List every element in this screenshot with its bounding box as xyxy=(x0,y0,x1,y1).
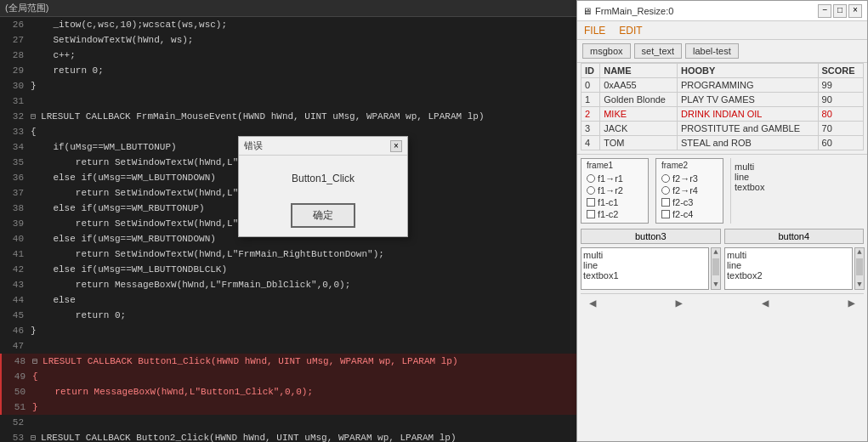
line-number: 45 xyxy=(0,308,31,323)
table-cell-hooby: DRINK INDIAN OIL xyxy=(678,107,818,122)
line-number: 52 xyxy=(0,415,31,430)
radio-f2r4-circle[interactable] xyxy=(661,186,670,195)
menu-edit[interactable]: EDIT xyxy=(616,24,645,37)
window-icon: 🖥 xyxy=(582,6,592,16)
line-content: } xyxy=(32,400,576,415)
code-line: 44 else xyxy=(0,292,576,308)
window-title: 🖥 FrmMain_Resize:0 xyxy=(582,6,673,16)
line-number: 32 xyxy=(0,109,31,124)
code-line: 32⊟ LRESULT CALLBACK FrmMain_MouseEvent(… xyxy=(0,109,576,124)
line-number: 41 xyxy=(0,246,31,262)
radio-f2r3[interactable]: f2→r3 xyxy=(661,173,718,184)
table-cell-id: 0 xyxy=(582,78,600,93)
table-cell-score: 90 xyxy=(818,93,863,107)
fold-icon[interactable]: ⊟ xyxy=(32,357,43,366)
scroll-down-arrow1[interactable]: ▼ xyxy=(713,280,718,289)
table-cell-hooby: STEAL and ROB xyxy=(678,136,818,150)
maximize-button[interactable]: □ xyxy=(833,4,847,18)
radio-f1r1-circle[interactable] xyxy=(587,174,595,183)
table-cell-id: 3 xyxy=(582,122,600,136)
line-content: return SetWindowTextW(hWnd,L"FrmMain_Rig… xyxy=(31,246,576,262)
table-row[interactable]: 3JACKPROSTITUTE and GAMBLE70 xyxy=(582,122,864,136)
table-row[interactable]: 4TOMSTEAL and ROB60 xyxy=(582,136,864,150)
scrollbar-v1[interactable]: ▲ ▼ xyxy=(711,247,721,290)
check-f2c4-box[interactable] xyxy=(661,210,670,218)
radio-f1r1[interactable]: f1→r1 xyxy=(587,173,643,184)
frame1: frame1 f1→r1 f1→r2 f1-c1 xyxy=(581,158,649,224)
line-number: 40 xyxy=(0,231,31,246)
line-number: 34 xyxy=(0,139,31,155)
minimize-button[interactable]: − xyxy=(818,4,831,18)
code-line: 47 xyxy=(0,338,576,354)
line-content: return MessageBoxW(hWnd,L"Button1_Click"… xyxy=(32,384,576,400)
toolbar-label-test[interactable]: label-test xyxy=(685,43,739,59)
frame2: frame2 f2→r3 f2→r4 f2-c3 xyxy=(655,158,723,224)
radio-f1r1-label: f1→r1 xyxy=(598,173,623,184)
radio-f2r3-label: f2→r3 xyxy=(672,173,698,184)
toolbar-msgbox[interactable]: msgbox xyxy=(582,43,631,59)
check-f1c1-box[interactable] xyxy=(587,198,595,207)
check-f2c4[interactable]: f2-c4 xyxy=(661,209,718,219)
line-number: 35 xyxy=(0,155,31,170)
check-f1c2-box[interactable] xyxy=(587,210,595,218)
scroll-up-arrow2[interactable]: ▲ xyxy=(857,248,861,257)
nav-left-spacer xyxy=(621,298,651,308)
code-line: 43 return MessageBoxW(hWnd,L"FrmMain_Dbl… xyxy=(0,277,576,292)
dialog-body: Button1_Click xyxy=(239,156,407,198)
dialog-ok-button[interactable]: 确定 xyxy=(291,203,355,228)
dialog-close-button[interactable]: × xyxy=(390,140,402,152)
nav-left-arrow2[interactable]: ◀ xyxy=(757,296,774,310)
nav-right-arrow[interactable]: ▶ xyxy=(671,296,688,310)
nav-left-arrow[interactable]: ◀ xyxy=(584,296,601,310)
col-id: ID xyxy=(582,64,600,78)
button4[interactable]: button4 xyxy=(724,229,865,244)
close-button[interactable]: × xyxy=(848,4,862,18)
line-number: 47 xyxy=(0,338,31,354)
scrollbar-v2[interactable]: ▲ ▼ xyxy=(854,247,865,290)
radio-f1r2[interactable]: f1→r2 xyxy=(587,185,643,196)
table-row[interactable]: 1Golden BlondePLAY TV GAMES90 xyxy=(582,93,864,107)
line-number: 43 xyxy=(0,277,31,292)
line-content: return MessageBoxW(hWnd,L"FrmMain_DblCli… xyxy=(31,277,576,292)
nav-right-arrow2[interactable]: ▶ xyxy=(843,296,860,310)
textboxes-row: multi line textbox1 ▲ ▼ multi line textb… xyxy=(581,247,864,290)
check-f1c1[interactable]: f1-c1 xyxy=(587,197,643,207)
check-f2c3-box[interactable] xyxy=(661,198,670,207)
toolbar-set-text[interactable]: set_text xyxy=(634,43,683,59)
line-number: 44 xyxy=(0,292,31,308)
radio-f1r2-circle[interactable] xyxy=(587,186,595,195)
window-controls[interactable]: − □ × xyxy=(818,4,862,18)
col-score: SCORE xyxy=(818,64,863,78)
menu-bar: FILE EDIT xyxy=(577,21,867,40)
frame1-title: frame1 xyxy=(587,161,643,170)
table-row[interactable]: 00xAA55PROGRAMMING99 xyxy=(582,78,864,93)
scroll-thumb2[interactable] xyxy=(856,258,863,275)
table-cell-score: 70 xyxy=(818,122,863,136)
table-cell-id: 1 xyxy=(582,93,600,107)
fold-icon[interactable]: ⊟ xyxy=(31,112,41,122)
multiline-label-area: multilinetextbox xyxy=(730,158,790,224)
data-table: ID NAME HOOBY SCORE 00xAA55PROGRAMMING99… xyxy=(581,63,864,150)
check-f1c2[interactable]: f1-c2 xyxy=(587,209,643,219)
table-cell-name: Golden Blonde xyxy=(600,93,678,107)
menu-file[interactable]: FILE xyxy=(581,24,609,37)
radio-f2r3-circle[interactable] xyxy=(661,174,670,183)
dialog-footer: 确定 xyxy=(239,198,407,236)
fold-icon[interactable]: ⊟ xyxy=(31,434,41,442)
scroll-down-arrow2[interactable]: ▼ xyxy=(857,280,861,289)
line-content: SetWindowTextW(hWnd, ws); xyxy=(31,32,576,48)
line-number: 53 xyxy=(0,430,31,442)
check-f2c3[interactable]: f2-c3 xyxy=(661,197,718,207)
scroll-up-arrow1[interactable]: ▲ xyxy=(713,248,718,257)
line-number: 46 xyxy=(0,323,31,338)
textbox2[interactable]: multi line textbox2 xyxy=(724,247,853,290)
textbox1[interactable]: multi line textbox1 xyxy=(581,247,709,290)
radio-f2r4[interactable]: f2→r4 xyxy=(661,185,718,196)
line-number: 39 xyxy=(0,216,31,231)
code-line: 28 c++; xyxy=(0,48,576,63)
table-row[interactable]: 2MIKEDRINK INDIAN OIL80 xyxy=(582,107,864,122)
table-cell-name: MIKE xyxy=(600,107,678,122)
code-line: 45 return 0; xyxy=(0,308,576,323)
button3[interactable]: button3 xyxy=(581,229,721,244)
scroll-thumb1[interactable] xyxy=(712,258,719,275)
